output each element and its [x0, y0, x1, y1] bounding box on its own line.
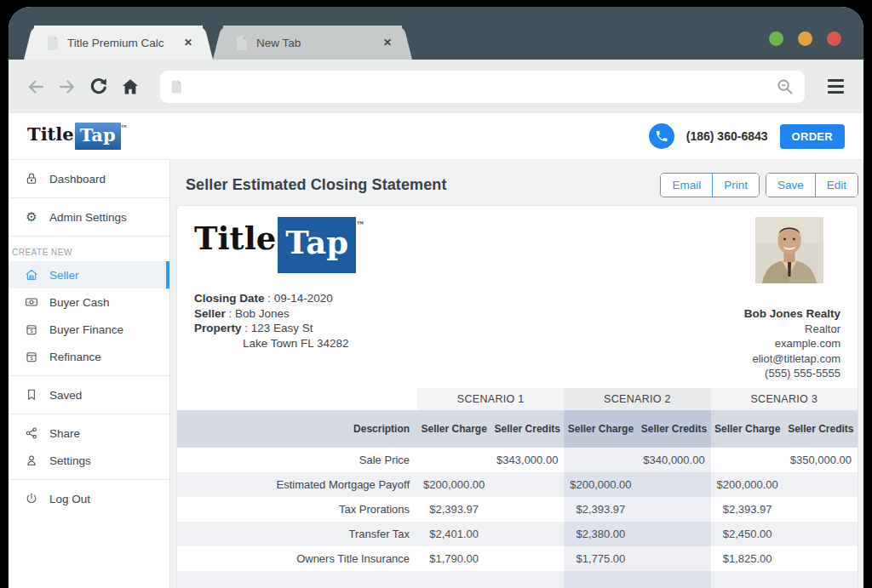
row-value: $1,790.00	[417, 546, 490, 571]
row-value: $200,000.00	[564, 472, 637, 497]
row-value	[711, 448, 784, 472]
sidebar-item-label: Buyer Finance	[49, 323, 123, 336]
scenario-2-header: SCENARIO 2	[564, 388, 710, 410]
sidebar-item-settings[interactable]: Settings	[9, 447, 169, 474]
row-value: $2,393.97	[417, 497, 490, 522]
user-icon	[25, 454, 38, 467]
row-value	[490, 546, 564, 571]
scenario-header-row: SCENARIO 1 SCENARIO 2 SCENARIO 3	[177, 388, 858, 410]
edit-button[interactable]: Edit	[815, 174, 858, 197]
menu-icon[interactable]	[824, 79, 846, 94]
column-header-row: Description Seller Charge Seller Credits…	[177, 410, 858, 448]
traffic-light-red[interactable]	[827, 31, 841, 46]
row-value: $200,000.00	[417, 472, 490, 497]
row-value	[711, 571, 784, 588]
gear-icon: ⚙	[25, 210, 38, 224]
home-icon[interactable]	[120, 77, 141, 97]
row-description: Owners Title Insurance	[177, 546, 417, 571]
divider	[9, 197, 169, 198]
banknote-icon	[25, 295, 38, 309]
sidebar: Dashboard ⚙ Admin Settings CREATE NEW Se…	[9, 160, 170, 588]
row-value	[490, 472, 564, 497]
closing-info: Closing Date : 09-14-2020 Seller : Bob J…	[194, 291, 364, 351]
row-value	[784, 522, 858, 546]
row-value	[564, 448, 637, 472]
row-value	[637, 472, 710, 497]
sidebar-item-seller[interactable]: Seller	[9, 261, 169, 288]
close-icon[interactable]: ✕	[184, 37, 192, 49]
lock-icon	[25, 172, 38, 186]
row-value	[784, 472, 858, 497]
power-icon	[25, 492, 38, 505]
row-value: $340,000.00	[637, 448, 710, 472]
sidebar-item-saved[interactable]: Saved	[9, 381, 169, 408]
order-button[interactable]: ORDER	[780, 124, 845, 149]
statement-table-body: Sale Price$343,000.00$340,000.00$350,000…	[177, 448, 858, 588]
row-value	[784, 497, 858, 522]
page-icon	[46, 35, 59, 51]
save-edit-group: Save Edit	[766, 173, 858, 197]
realtor-phone: (555) 555-5555	[765, 366, 840, 381]
divider	[9, 479, 169, 480]
tab-title: Title Premium Calc	[67, 37, 177, 49]
row-value	[490, 522, 564, 546]
column-header: Seller Credits	[637, 410, 710, 448]
row-value	[490, 571, 564, 588]
row-value	[637, 497, 710, 522]
email-button[interactable]: Email	[661, 174, 712, 197]
sidebar-item-label: Log Out	[49, 493, 90, 505]
row-value	[417, 571, 490, 588]
divider	[9, 375, 169, 376]
traffic-light-yellow[interactable]	[798, 31, 812, 46]
reload-icon[interactable]	[89, 77, 109, 97]
divider	[9, 236, 169, 237]
tab-new-tab[interactable]: New Tab ✕	[223, 26, 402, 60]
statement-card: Title Tap ™ Closing Date : 09-14-2020 Se…	[176, 205, 858, 588]
scenario-1-header: SCENARIO 1	[417, 388, 564, 410]
brand-title: Title	[27, 123, 74, 146]
sidebar-item-share[interactable]: Share	[9, 420, 169, 447]
row-value	[637, 546, 710, 571]
row-value: $2,401.00	[417, 522, 490, 546]
table-row: Estimated Mortgage Payoff$200,000.00$200…	[177, 472, 858, 497]
sidebar-item-buyer-cash[interactable]: Buyer Cash	[9, 288, 169, 316]
tab-title-premium-calc[interactable]: Title Premium Calc ✕	[34, 26, 203, 60]
cashbox-icon: $	[25, 323, 38, 336]
sidebar-item-buyer-finance[interactable]: $ Buyer Finance	[9, 316, 169, 343]
row-value: $2,393.97	[711, 497, 784, 522]
seller-line: Seller : Bob Jones	[194, 306, 364, 322]
row-value	[417, 448, 490, 472]
table-row: Transfer Tax$2,401.00$2,380.00$2,450.00	[177, 522, 858, 546]
table-row: Tax Prorations$2,393.97$2,393.97$2,393.9…	[177, 497, 858, 522]
svg-text:$: $	[30, 328, 33, 334]
close-icon[interactable]: ✕	[383, 37, 392, 49]
sidebar-item-admin-settings[interactable]: ⚙ Admin Settings	[9, 203, 169, 231]
closing-date-line: Closing Date : 09-14-2020	[194, 291, 364, 306]
sidebar-item-refinance[interactable]: $ Refinance	[9, 343, 169, 370]
address-bar[interactable]	[160, 71, 805, 103]
sidebar-item-dashboard[interactable]: Dashboard	[9, 165, 169, 192]
row-value	[637, 571, 710, 588]
cashbox-icon: $	[25, 350, 38, 363]
brand-logo: Title Tap ™	[27, 123, 128, 150]
tab-bar: Title Premium Calc ✕ New Tab ✕	[9, 7, 863, 60]
tab-title: New Tab	[256, 37, 376, 49]
sidebar-item-label: Settings	[49, 454, 91, 467]
property-line: Property : 123 Easy St	[194, 321, 364, 336]
svg-text:$: $	[30, 356, 33, 361]
save-button[interactable]: Save	[766, 174, 815, 197]
sidebar-item-log-out[interactable]: Log Out	[9, 485, 169, 512]
share-icon	[25, 426, 38, 440]
traffic-light-green[interactable]	[769, 31, 783, 46]
forward-icon[interactable]	[57, 77, 77, 97]
logo-tap: Tap	[278, 217, 356, 273]
window-controls	[769, 31, 841, 46]
statement-left-block: Title Tap ™ Closing Date : 09-14-2020 Se…	[194, 217, 364, 388]
print-button[interactable]: Print	[712, 174, 759, 197]
table-row: Owners Title Insurance$1,790.00$1,775.00…	[177, 546, 858, 571]
row-value: $2,450.00	[711, 522, 784, 546]
back-icon[interactable]	[26, 77, 46, 97]
sidebar-item-label: Saved	[49, 389, 82, 402]
search-icon[interactable]	[776, 77, 795, 96]
page-title: Seller Estimated Closing Statement	[186, 176, 446, 194]
